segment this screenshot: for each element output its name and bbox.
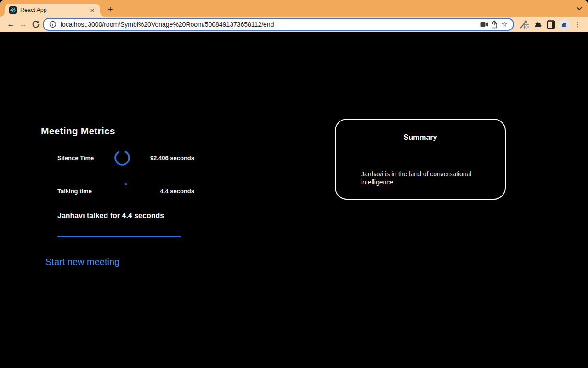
reload-button[interactable] xyxy=(29,18,42,31)
speaker-talk-summary: Janhavi talked for 4.4 seconds xyxy=(57,212,164,220)
browser-tabstrip: React App × + xyxy=(0,0,588,17)
app-page: Meeting Metrics Silence Time 92.406 seco… xyxy=(0,32,588,368)
silence-time-label: Silence Time xyxy=(57,155,94,161)
back-button[interactable]: ← xyxy=(5,18,17,31)
tab-title: React App xyxy=(20,7,88,13)
start-new-meeting-link[interactable]: Start new meeting xyxy=(45,257,119,267)
eyedropper-extension-icon[interactable] xyxy=(518,18,530,30)
browser-tab-react-app[interactable]: React App × xyxy=(5,4,100,17)
talking-time-label: Talking time xyxy=(57,188,92,195)
silence-progress-ring xyxy=(114,150,130,166)
metric-row-talking: Talking time 4.4 seconds xyxy=(57,183,194,199)
metric-row-silence: Silence Time 92.406 seconds xyxy=(57,150,194,166)
talk-progress-bar xyxy=(57,236,181,237)
tab-close-icon[interactable]: × xyxy=(88,6,96,14)
new-tab-button[interactable]: + xyxy=(105,4,116,15)
site-info-icon[interactable] xyxy=(48,19,58,29)
talking-time-value: 4.4 seconds xyxy=(160,188,194,195)
browser-window: React App × + ← → localhost:300 xyxy=(0,0,588,368)
chevron-down-icon[interactable] xyxy=(577,7,582,11)
summary-title: Summary xyxy=(336,133,505,142)
forward-button[interactable]: → xyxy=(17,18,29,31)
checker-swatch xyxy=(524,24,529,29)
talking-ring-arc xyxy=(118,183,134,199)
url-text[interactable]: localhost:3000/room/Symbl%20Vonage%20Roo… xyxy=(61,21,479,28)
summary-card: Summary Janhavi is in the land of conver… xyxy=(335,119,506,200)
react-favicon-icon xyxy=(9,6,17,14)
talking-progress-ring xyxy=(118,183,134,199)
camera-icon[interactable] xyxy=(479,19,489,29)
bookmark-star-icon[interactable]: ☆ xyxy=(499,19,509,29)
metric-rows: Silence Time 92.406 seconds Talking time… xyxy=(57,150,194,216)
meeting-metrics-title: Meeting Metrics xyxy=(41,126,115,137)
side-panel-icon[interactable] xyxy=(545,18,557,30)
omnibox[interactable]: localhost:3000/room/Symbl%20Vonage%20Roo… xyxy=(43,18,514,31)
silence-ring-arc xyxy=(114,150,130,166)
avatar xyxy=(559,19,570,30)
extensions-puzzle-icon[interactable] xyxy=(531,18,543,30)
browser-toolbar: ← → localhost:3000/room/Symbl%20Vonage%2… xyxy=(0,17,588,32)
summary-body: Janhavi is in the land of conversational… xyxy=(361,170,487,186)
browser-menu-icon[interactable]: ⋮ xyxy=(571,18,583,30)
profile-avatar[interactable] xyxy=(558,18,570,30)
silence-time-value: 92.406 seconds xyxy=(150,155,194,161)
share-icon[interactable] xyxy=(489,19,499,29)
